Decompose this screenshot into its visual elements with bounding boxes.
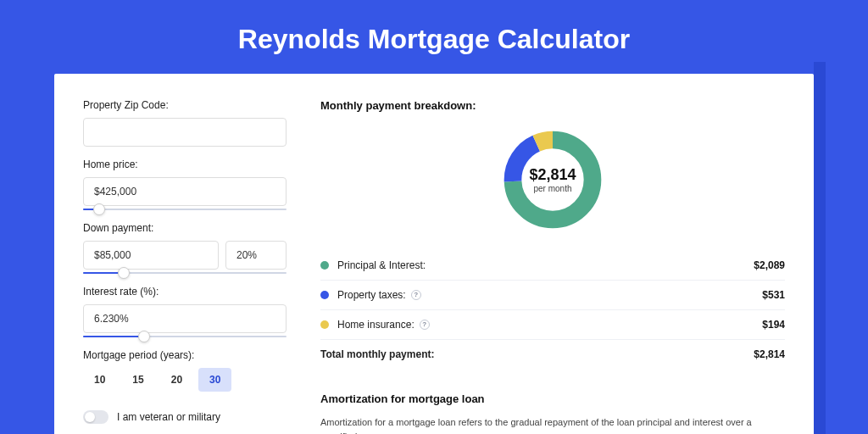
donut-chart: $2,814 per month <box>500 127 605 232</box>
amortization-title: Amortization for mortgage loan <box>320 392 785 405</box>
donut-center-amount: $2,814 <box>529 166 576 184</box>
slider-thumb[interactable] <box>138 331 150 342</box>
period-button-15[interactable]: 15 <box>121 368 154 392</box>
toggle-knob <box>85 412 95 422</box>
legend-row-insurance: Home insurance: ? $194 <box>320 310 785 340</box>
legend-row-principal: Principal & Interest: $2,089 <box>320 251 785 281</box>
card-shadow <box>814 62 826 434</box>
breakdown-title: Monthly payment breakdown: <box>320 99 785 112</box>
down-payment-pct-input[interactable] <box>225 241 287 270</box>
veteran-toggle[interactable] <box>83 410 108 424</box>
inputs-column: Property Zip Code: Home price: Down paym… <box>83 99 287 434</box>
interest-rate-slider[interactable] <box>83 336 287 337</box>
legend-value: $531 <box>762 289 785 301</box>
page-title: Reynolds Mortgage Calculator <box>0 0 868 74</box>
info-icon[interactable]: ? <box>411 290 421 300</box>
slider-thumb[interactable] <box>93 203 105 215</box>
zip-input[interactable] <box>83 118 287 147</box>
down-payment-input[interactable] <box>83 241 219 270</box>
donut-center-sub: per month <box>533 184 571 193</box>
legend-dot-icon <box>320 261 329 270</box>
period-button-10[interactable]: 10 <box>83 368 116 392</box>
amortization-text: Amortization for a mortgage loan refers … <box>320 415 785 434</box>
interest-rate-input[interactable] <box>83 304 287 333</box>
legend-dot-icon <box>320 320 329 329</box>
mortgage-period-group: 10 15 20 30 <box>83 368 287 392</box>
legend-label: Principal & Interest: <box>337 259 754 271</box>
calculator-card: Property Zip Code: Home price: Down paym… <box>54 74 814 434</box>
home-price-label: Home price: <box>83 159 287 170</box>
legend-value: $194 <box>762 319 785 331</box>
home-price-slider[interactable] <box>83 209 287 210</box>
slider-thumb[interactable] <box>118 267 130 279</box>
home-price-input[interactable] <box>83 177 287 206</box>
legend-row-taxes: Property taxes: ? $531 <box>320 281 785 310</box>
veteran-toggle-label: I am veteran or military <box>117 411 220 423</box>
legend-dot-icon <box>320 291 329 299</box>
legend-label: Home insurance: ? <box>337 319 762 331</box>
legend-value: $2,814 <box>754 348 785 360</box>
amortization-section: Amortization for mortgage loan Amortizat… <box>320 392 785 434</box>
legend-label: Total monthly payment: <box>320 348 754 360</box>
info-icon[interactable]: ? <box>420 320 430 330</box>
zip-label: Property Zip Code: <box>83 99 287 111</box>
legend-label-text: Property taxes: <box>337 289 406 301</box>
legend-label: Property taxes: ? <box>337 289 762 301</box>
down-payment-slider[interactable] <box>83 272 287 274</box>
donut-chart-wrap: $2,814 per month <box>320 122 785 239</box>
period-button-30[interactable]: 30 <box>198 368 231 392</box>
legend-value: $2,089 <box>754 259 785 271</box>
breakdown-legend: Principal & Interest: $2,089 Property ta… <box>320 251 785 369</box>
legend-row-total: Total monthly payment: $2,814 <box>320 340 785 369</box>
down-payment-label: Down payment: <box>83 222 287 234</box>
legend-label-text: Home insurance: <box>337 319 415 331</box>
interest-rate-label: Interest rate (%): <box>83 286 287 298</box>
results-column: Monthly payment breakdown: $2,814 per mo… <box>320 99 785 434</box>
mortgage-period-label: Mortgage period (years): <box>83 349 287 361</box>
period-button-20[interactable]: 20 <box>160 368 193 392</box>
